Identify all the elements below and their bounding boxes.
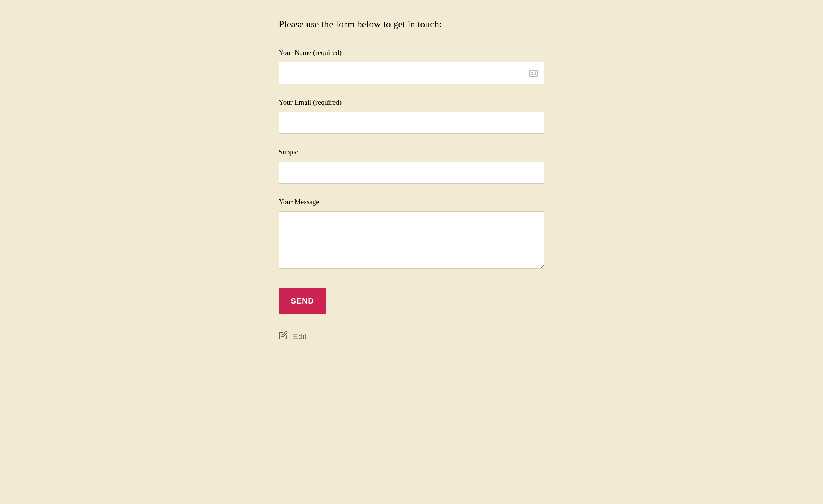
intro-text: Please use the form below to get in touc… bbox=[279, 19, 544, 30]
subject-input[interactable] bbox=[279, 162, 544, 184]
message-field-group: Your Message bbox=[279, 198, 544, 270]
edit-link[interactable]: Edit bbox=[279, 331, 306, 342]
edit-link-label: Edit bbox=[293, 332, 306, 341]
email-label: Your Email (required) bbox=[279, 98, 544, 107]
send-button[interactable]: SEND bbox=[279, 288, 326, 314]
email-field-group: Your Email (required) bbox=[279, 98, 544, 134]
name-label: Your Name (required) bbox=[279, 49, 544, 57]
message-label: Your Message bbox=[279, 198, 544, 206]
subject-label: Subject bbox=[279, 148, 544, 156]
contact-form: Your Name (required) Your Email (require… bbox=[279, 49, 544, 314]
email-input[interactable] bbox=[279, 112, 544, 134]
subject-field-group: Subject bbox=[279, 148, 544, 184]
edit-icon bbox=[279, 331, 288, 342]
name-input-wrapper bbox=[279, 62, 544, 84]
message-textarea[interactable] bbox=[279, 211, 544, 269]
name-input[interactable] bbox=[279, 62, 544, 84]
name-field-group: Your Name (required) bbox=[279, 49, 544, 84]
contact-form-container: Please use the form below to get in touc… bbox=[271, 19, 552, 342]
